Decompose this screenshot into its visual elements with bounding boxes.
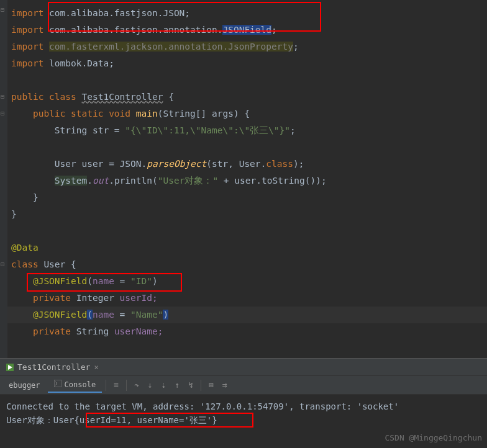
code-line[interactable]: import com.fasterxml.jackson.annotation.… [0,38,487,55]
code-line[interactable]: @JSONField(name = "ID") [0,273,487,290]
separator [201,380,201,391]
separator [126,380,127,391]
code-line[interactable]: public class Test1Controller { [0,89,487,105]
fold-icon[interactable]: ⊟ [1,110,7,116]
code-line[interactable]: User user = JSON.parseObject(str, User.c… [0,156,487,172]
step-into-icon[interactable]: ↓ [144,378,157,392]
force-step-icon[interactable]: ⇣ [158,378,170,392]
code-line[interactable] [0,223,487,240]
tab-bar: Test1Controller × [0,359,487,376]
code-line[interactable]: import lombok.Data; [0,55,487,72]
code-line[interactable]: import com.alibaba.fastjson.annotation.J… [0,22,487,38]
close-icon[interactable]: × [94,363,98,372]
toolbar: ebugger Console ≡ ↷ ↓ ⇣ ↑ ↯ ⊞ ⇉ [0,376,487,395]
tab-label: Test1Controller [17,362,90,372]
tab-console[interactable]: Console [48,377,102,393]
tab-debugger[interactable]: ebugger [2,379,47,392]
run-config-icon [6,364,14,371]
step-out-icon[interactable]: ↑ [171,378,183,392]
code-line[interactable]: @Data [0,240,487,256]
code-line[interactable]: } [0,189,487,206]
gutter: ⊟ ⊟ ⊟ ⊟ [0,0,7,358]
fold-icon[interactable]: ⊟ [1,6,7,12]
trace-icon[interactable]: ⇉ [219,378,231,392]
fold-icon[interactable]: ⊟ [1,93,7,99]
code-line[interactable] [0,139,487,156]
code-line[interactable]: class User { [0,256,487,273]
code-line[interactable]: private Integer userId; [0,290,487,307]
console-icon [54,380,61,389]
svg-rect-2 [54,380,61,387]
drop-frame-icon[interactable]: ↯ [184,378,197,392]
code-line[interactable]: } [0,206,487,223]
run-panel: Test1Controller × ebugger Console ≡ ↷ ↓ … [0,358,487,448]
console-line: User对象：User{userId=11, userName='张三'} [6,413,481,427]
code-editor[interactable]: ⊟ ⊟ ⊟ ⊟ import com.alibaba.fastjson.JSON… [0,0,487,358]
watermark: CSDN @MinggeQingchun [385,431,482,445]
code-line[interactable]: private String userName; [0,323,487,340]
console-output[interactable]: Connected to the target VM, address: '12… [0,395,487,448]
code-line[interactable]: public static void main(String[] args) { [0,105,487,122]
fold-icon[interactable]: ⊟ [1,261,7,267]
step-over-icon[interactable]: ↷ [130,378,143,392]
code-line[interactable]: import com.alibaba.fastjson.JSON; [0,5,487,22]
evaluate-icon[interactable]: ⊞ [205,378,217,392]
code-line[interactable]: String str = "{\"ID\":11,\"Name\":\"张三\"… [0,122,487,139]
console-line: Connected to the target VM, address: '12… [6,400,481,413]
separator [106,380,106,391]
code-line[interactable]: @JSONField(name = "Name") [0,307,487,323]
output-icon[interactable]: ≡ [110,378,122,392]
code-line[interactable]: System.out.println("User对象：" + user.toSt… [0,172,487,189]
tab-test1controller[interactable]: Test1Controller × [0,360,105,374]
code-line[interactable] [0,72,487,89]
